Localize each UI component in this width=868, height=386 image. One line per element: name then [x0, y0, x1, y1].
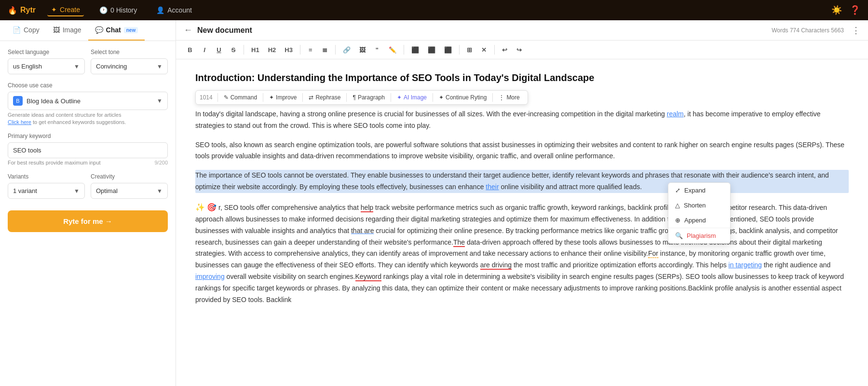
- sel-divider-7: [492, 93, 493, 102]
- append-icon: ⊕: [675, 217, 680, 224]
- logo-text: Rytr: [20, 6, 36, 14]
- ryte-for-me-button[interactable]: Ryte for me →: [8, 210, 168, 232]
- shorten-icon: △: [675, 202, 680, 209]
- theme-toggle-icon[interactable]: ☀️: [831, 5, 842, 15]
- image-tab-icon: 🖼: [53, 26, 60, 34]
- more-options-button[interactable]: ⋮ More: [495, 93, 523, 102]
- tab-chat[interactable]: 💬 Chat new: [88, 20, 145, 41]
- keyword-suggestion-suffix: to get enhanced keywords suggestions.: [33, 119, 126, 125]
- paragraph-4: ✨🎯r, SEO tools offer comprehensive analy…: [195, 201, 849, 306]
- use-case-value: Blog Idea & Outline: [27, 97, 153, 105]
- strikethrough-button[interactable]: S: [227, 43, 240, 56]
- use-case-chevron-icon: ▼: [157, 97, 163, 104]
- highlight-button[interactable]: ✏️: [385, 43, 400, 56]
- undo-button[interactable]: ↩: [499, 43, 511, 56]
- rephrase-button[interactable]: ⇄ Rephrase: [305, 93, 344, 102]
- help-icon[interactable]: ❓: [850, 5, 860, 15]
- their-link[interactable]: their: [486, 183, 499, 191]
- keyword-grammar: Keyword: [355, 273, 381, 281]
- underline-button[interactable]: U: [213, 43, 225, 56]
- image-button[interactable]: 🖼: [356, 43, 369, 56]
- tone-select[interactable]: Convincing Casual Formal Professional: [91, 59, 167, 74]
- paragraph-button[interactable]: ¶ Paragraph: [349, 93, 389, 102]
- language-label: Select language: [8, 49, 85, 55]
- selection-count: 1014: [200, 94, 213, 101]
- italic-button[interactable]: I: [198, 43, 211, 56]
- keyword-hint: For best results provide maximum input: [8, 160, 101, 165]
- nav-right-area: ☀️ ❓: [831, 5, 860, 15]
- keyword-input[interactable]: [8, 142, 168, 158]
- h2-button[interactable]: H2: [265, 43, 280, 56]
- logo[interactable]: 🔥 Rytr: [8, 6, 36, 15]
- tab-image[interactable]: 🖼 Image: [46, 20, 88, 41]
- language-select-wrapper: us English uk English Spanish French ▼: [8, 58, 85, 74]
- ordered-list-button[interactable]: ≣: [319, 43, 331, 56]
- align-right-button[interactable]: ⬛: [441, 43, 455, 56]
- expand-option[interactable]: ⤢ Expand: [668, 183, 730, 198]
- realm-link[interactable]: realm: [667, 110, 684, 118]
- unordered-list-button[interactable]: ≡: [304, 43, 317, 56]
- the-grammar: The: [453, 238, 465, 247]
- language-select[interactable]: us English uk English Spanish French: [8, 59, 84, 74]
- nav-history[interactable]: 🕐 0 History: [95, 4, 141, 16]
- tab-copy[interactable]: 📄 Copy: [6, 20, 46, 41]
- more-dropdown-menu: ⤢ Expand △ Shorten ⊕ Append 🔍 Plagiarism: [668, 182, 731, 244]
- tone-select-wrapper: Convincing Casual Formal Professional ▼: [91, 58, 168, 74]
- toolbar-divider-5: [459, 45, 460, 55]
- paragraph-3: The importance of SEO tools cannot be ov…: [195, 170, 849, 193]
- help-grammar: help: [361, 204, 373, 212]
- sel-divider-1: [217, 93, 218, 102]
- keyword-field: Primary keyword For best results provide…: [8, 133, 168, 165]
- document-title: New document: [197, 26, 252, 35]
- sidebar-tabs: 📄 Copy 🖼 Image 💬 Chat new: [0, 20, 176, 41]
- nav-account[interactable]: 👤 Account: [152, 4, 196, 16]
- table-button[interactable]: ⊞: [463, 43, 476, 56]
- keyword-count: 9/200: [154, 160, 168, 165]
- use-case-label: Choose use case: [8, 82, 168, 89]
- variants-field: Variants 1 variant 2 variants 3 variants…: [8, 173, 85, 199]
- align-center-button[interactable]: ⬛: [424, 43, 439, 56]
- back-button[interactable]: ←: [184, 25, 192, 35]
- redo-button[interactable]: ↪: [513, 43, 526, 56]
- editor-area[interactable]: Introduction: Understanding the Importan…: [176, 59, 868, 386]
- create-icon: ✦: [51, 6, 57, 14]
- bold-button[interactable]: B: [184, 43, 196, 56]
- continue-ryting-button[interactable]: ✦ Continue Ryting: [435, 93, 490, 102]
- tone-field: Select tone Convincing Casual Formal Pro…: [91, 49, 168, 74]
- chat-tab-icon: 💬: [95, 26, 103, 34]
- align-left-button[interactable]: ⬛: [408, 43, 422, 56]
- main-content: ← New document Words 774 Characters 5663…: [176, 20, 868, 386]
- nav-create[interactable]: ✦ Create: [47, 4, 84, 16]
- that-are-highlight: that are: [351, 227, 374, 234]
- link-button[interactable]: 🔗: [339, 43, 354, 56]
- language-field: Select language us English uk English Sp…: [8, 49, 85, 74]
- creativity-select[interactable]: Optimal Low Medium High Max: [91, 183, 167, 198]
- top-navigation: 🔥 Rytr ✦ Create 🕐 0 History 👤 Account ☀️…: [0, 0, 868, 20]
- rephrase-icon: ⇄: [309, 94, 313, 101]
- in-targeting-link[interactable]: in targeting: [729, 261, 762, 269]
- keyword-label: Primary keyword: [8, 133, 168, 139]
- tone-label: Select tone: [91, 49, 168, 55]
- ai-image-button[interactable]: ✦ AI Image: [393, 93, 431, 102]
- variants-select[interactable]: 1 variant 2 variants 3 variants: [8, 183, 84, 198]
- doc-more-menu-button[interactable]: ⋮: [852, 25, 860, 36]
- keyword-suggestion-link[interactable]: Click here: [8, 119, 31, 125]
- command-icon: ✎: [224, 94, 229, 101]
- toolbar-divider-3: [335, 45, 336, 55]
- shorten-option[interactable]: △ Shorten: [668, 198, 730, 213]
- plagiarism-option[interactable]: 🔍 Plagiarism: [668, 228, 730, 243]
- h1-button[interactable]: H1: [248, 43, 263, 56]
- h3-button[interactable]: H3: [281, 43, 296, 56]
- doc-stats: Words 774 Characters 5663: [772, 27, 844, 34]
- improve-button[interactable]: ✦ Improve: [265, 93, 300, 102]
- expand-icon: ⤢: [675, 187, 680, 194]
- append-option[interactable]: ⊕ Append: [668, 213, 730, 228]
- improving-link[interactable]: improving: [195, 273, 225, 280]
- variants-creativity-row: Variants 1 variant 2 variants 3 variants…: [8, 173, 168, 207]
- sel-divider-4: [346, 93, 347, 102]
- clear-format-button[interactable]: ✕: [478, 43, 490, 56]
- quote-button[interactable]: ": [371, 43, 383, 56]
- command-button[interactable]: ✎ Command: [220, 93, 261, 102]
- use-case-selector[interactable]: B Blog Idea & Outline ▼: [8, 92, 168, 110]
- toolbar-divider-4: [404, 45, 404, 55]
